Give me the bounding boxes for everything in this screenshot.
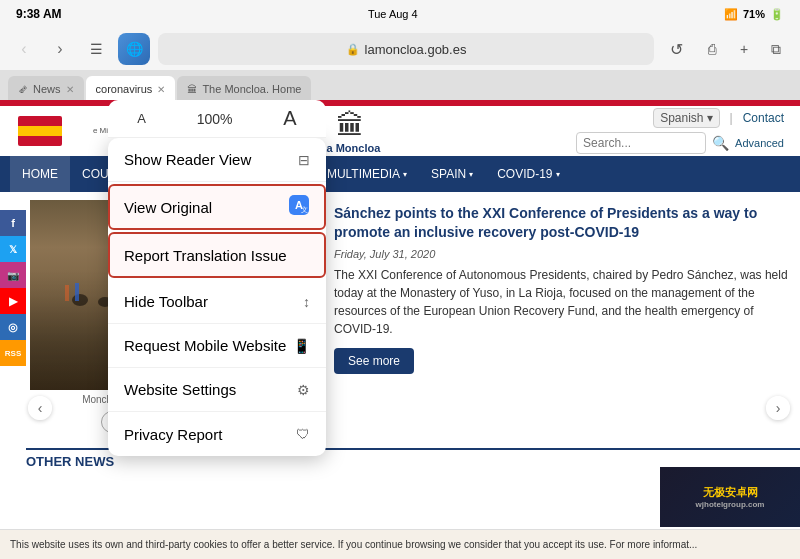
lock-icon: 🔒 <box>346 43 360 56</box>
tab-close-news[interactable]: ✕ <box>66 84 74 95</box>
language-dropdown[interactable]: Spanish ▾ <box>653 108 719 128</box>
watermark-line2: wjhotelgroup.com <box>696 500 765 509</box>
hide-toolbar-item[interactable]: Hide Toolbar ↕ <box>108 280 326 324</box>
news-text-area: Sánchez points to the XXI Conference of … <box>334 200 790 433</box>
carousel-prev-button[interactable]: ‹ <box>28 396 52 420</box>
tab-favicon-moncloa: 🏛 <box>187 84 197 95</box>
reload-button[interactable]: ↺ <box>662 35 690 63</box>
search-row: 🔍 Advanced <box>576 132 784 154</box>
tab-favicon-news: 🗞 <box>18 84 28 95</box>
site-logo-text: La Moncloa <box>320 142 381 154</box>
tab-label-news: News <box>33 83 61 95</box>
view-original-label: View Original <box>124 199 212 216</box>
battery-text: 71% <box>743 8 765 20</box>
report-translation-label: Report Translation Issue <box>124 247 287 264</box>
social-sidebar: f 𝕏 📷 ▶ ◎ RSS <box>0 210 26 366</box>
translate-button[interactable]: 🌐 <box>118 33 150 65</box>
privacy-report-label: Privacy Report <box>124 426 222 443</box>
social-youtube[interactable]: ▶ <box>0 288 26 314</box>
watermark: 无极安卓网 wjhotelgroup.com <box>660 467 800 527</box>
news-body: The XXI Conference of Autonomous Preside… <box>334 266 790 338</box>
news-headline: Sánchez points to the XXI Conference of … <box>334 204 790 242</box>
tab-moncloa[interactable]: 🏛 The Moncloa. Home <box>177 76 311 102</box>
tab-coronavirus[interactable]: coronavirus ✕ <box>86 76 176 102</box>
nav-multimedia[interactable]: MULTIMEDIA ▾ <box>315 156 419 192</box>
wifi-icon: 📶 <box>724 8 738 21</box>
social-other[interactable]: ◎ <box>0 314 26 340</box>
status-time: 9:38 AM <box>16 7 62 21</box>
translate-dropdown-menu: Show Reader View ⊟ View Original A 文 Rep… <box>108 138 326 456</box>
flag-section <box>0 106 80 156</box>
privacy-icon: 🛡 <box>296 426 310 442</box>
toolbar-actions: ⎙ + ⧉ <box>698 35 790 63</box>
mobile-icon: 📱 <box>293 338 310 354</box>
show-reader-view-item[interactable]: Show Reader View ⊟ <box>108 138 326 182</box>
site-logo: 🏛 La Moncloa <box>320 109 381 154</box>
translate-icon: 🌐 <box>126 41 143 57</box>
small-a-button[interactable]: A <box>129 107 154 130</box>
social-facebook[interactable]: f <box>0 210 26 236</box>
website-settings-item[interactable]: Website Settings ⚙ <box>108 368 326 412</box>
nav-covid[interactable]: COVID-19 ▾ <box>485 156 571 192</box>
hide-toolbar-icon: ↕ <box>303 294 310 310</box>
site-top-right: Spanish ▾ | Contact 🔍 Advanced <box>560 106 800 156</box>
tab-close-coronavirus[interactable]: ✕ <box>157 84 165 95</box>
tab-news[interactable]: 🗞 News ✕ <box>8 76 84 102</box>
cookie-bar: This website uses its own and third-part… <box>0 529 800 559</box>
spain-flag <box>18 116 62 146</box>
language-label: Spanish <box>660 111 703 125</box>
text-resize-bar: A 100% A <box>108 100 326 138</box>
nav-arrow-spain: ▾ <box>469 170 473 179</box>
report-translation-issue-item[interactable]: Report Translation Issue <box>108 232 326 278</box>
tabs-bar: 🗞 News ✕ coronavirus ✕ 🏛 The Moncloa. Ho… <box>0 70 800 102</box>
view-original-item[interactable]: View Original A 文 <box>108 184 326 230</box>
reader-view-icon: ⊟ <box>298 152 310 168</box>
nav-arrow-covid: ▾ <box>556 170 560 179</box>
battery-icon: 🔋 <box>770 8 784 21</box>
tabs-button[interactable]: ⧉ <box>762 35 790 63</box>
show-reader-view-label: Show Reader View <box>124 151 251 168</box>
tab-label-coronavirus: coronavirus <box>96 83 153 95</box>
status-date: Tue Aug 4 <box>368 8 418 20</box>
nav-home[interactable]: HOME <box>10 156 70 192</box>
nav-arrow-multimedia: ▾ <box>403 170 407 179</box>
carousel-next-button[interactable]: › <box>766 396 790 420</box>
status-bar: 9:38 AM Tue Aug 4 📶 71% 🔋 <box>0 0 800 28</box>
settings-icon: ⚙ <box>297 382 310 398</box>
search-input[interactable] <box>576 132 706 154</box>
new-tab-button[interactable]: + <box>730 35 758 63</box>
forward-button[interactable]: › <box>46 35 74 63</box>
hide-toolbar-label: Hide Toolbar <box>124 293 208 310</box>
website-settings-label: Website Settings <box>124 381 236 398</box>
privacy-report-item[interactable]: Privacy Report 🛡 <box>108 412 326 456</box>
reader-view-button[interactable]: ☰ <box>82 35 110 63</box>
address-bar[interactable]: 🔒 lamoncloa.gob.es <box>158 33 654 65</box>
advanced-link[interactable]: Advanced <box>735 137 784 149</box>
other-news-label: OTHER NEWS <box>26 454 114 469</box>
request-mobile-label: Request Mobile Website <box>124 337 286 354</box>
search-icon[interactable]: 🔍 <box>712 135 729 151</box>
status-indicators: 📶 71% 🔋 <box>724 8 784 21</box>
social-twitter[interactable]: 𝕏 <box>0 236 26 262</box>
url-text: lamoncloa.gob.es <box>365 42 467 57</box>
contact-link[interactable]: Contact <box>743 111 784 125</box>
svg-text:文: 文 <box>301 206 308 213</box>
share-button[interactable]: ⎙ <box>698 35 726 63</box>
text-size-percent: 100% <box>197 111 233 127</box>
big-a-button[interactable]: A <box>275 103 304 134</box>
site-logo-icon: 🏛 <box>320 109 381 142</box>
back-button[interactable]: ‹ <box>10 35 38 63</box>
social-instagram[interactable]: 📷 <box>0 262 26 288</box>
news-date: Friday, July 31, 2020 <box>334 248 790 260</box>
language-selector[interactable]: Spanish ▾ | Contact <box>653 108 784 128</box>
browser-toolbar: ‹ › ☰ 🌐 🔒 lamoncloa.gob.es ↺ ⎙ + ⧉ <box>0 28 800 70</box>
request-mobile-item[interactable]: Request Mobile Website 📱 <box>108 324 326 368</box>
see-more-button[interactable]: See more <box>334 348 414 374</box>
chevron-down-icon: ▾ <box>707 111 713 125</box>
cookie-text: This website uses its own and third-part… <box>10 539 697 550</box>
social-rss[interactable]: RSS <box>0 340 26 366</box>
watermark-line1: 无极安卓网 <box>703 485 758 500</box>
translate-active-icon: A 文 <box>288 194 310 220</box>
nav-spain[interactable]: SPAIN ▾ <box>419 156 485 192</box>
tab-label-moncloa: The Moncloa. Home <box>202 83 301 95</box>
